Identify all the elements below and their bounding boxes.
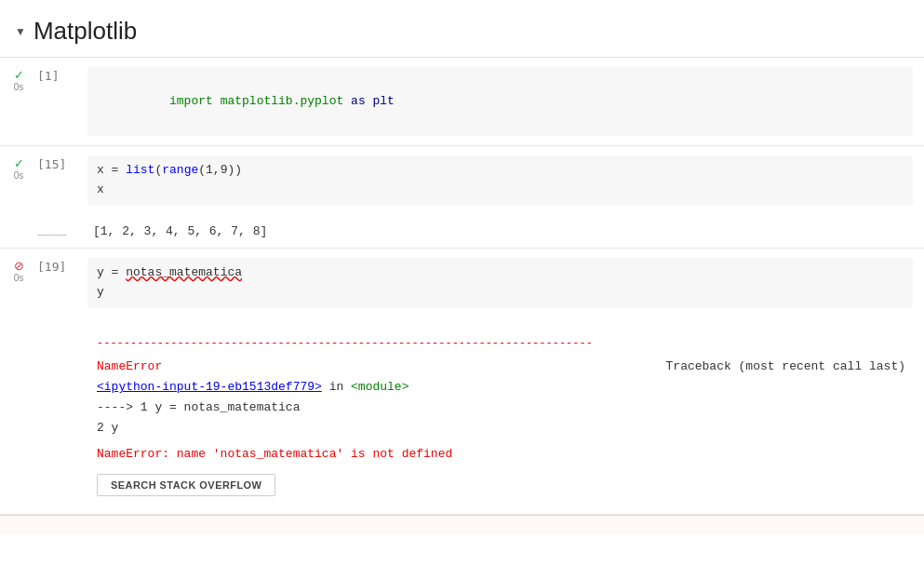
error-type: NameError [97,357,162,377]
cell-notas: ⊘ 0s [19] y = notas_matematica y -------… [0,249,924,515]
cell-timing-1: 0s [14,83,24,92]
error-module: <module> [351,380,408,394]
bottom-partial-bar [0,515,924,533]
cell-gutter-3: ⊘ 0s [0,256,37,283]
cell-import: ✓ 0s [1] import matplotlib.pyplot as plt [0,58,924,146]
cell-content-1: import matplotlib.pyplot as plt [84,65,924,138]
error-arrow-line: ----> 1 y = notas_matematica [97,398,905,418]
module-name: matplotlib.pyplot [221,94,344,108]
error-area: ----------------------------------------… [84,325,924,506]
section-heading: ▼ Matplotlib [0,0,924,58]
fn-range: range [162,163,198,177]
error-traceback-label: Traceback (most recent call last) [666,357,905,377]
error-divider: ----------------------------------------… [97,334,905,353]
error-in: in [322,380,351,394]
error-message: NameError: name 'notas_matematica' is no… [97,444,905,465]
var-y2: y [97,285,104,299]
error-line2: 2 y [97,418,905,438]
error-link[interactable]: <ipython-input-19-eb1513def779> [97,380,322,394]
cell-status-success-1: ✓ [14,69,24,81]
alias-plt: plt [373,94,395,108]
space-3 [366,94,373,108]
cell-list-range: ✓ 0s [15] x = list(range(1,9)) x ____ [1… [0,146,924,249]
var-x: x [97,163,104,177]
output-spacer-2: ____ [0,221,84,236]
var-notas: notas_matematica [126,265,242,279]
cell-code-2[interactable]: x = list(range(1,9)) x [87,155,913,206]
search-stack-overflow-button[interactable]: SEARCH STACK OVERFLOW [97,474,275,496]
cell-label-3: [19] [37,256,84,274]
cell-gutter-1: ✓ 0s [0,65,37,92]
cell-output-2: [1, 2, 3, 4, 5, 6, 7, 8] [84,221,276,242]
cell-timing-2: 0s [14,171,24,181]
cell-content-2: x = list(range(1,9)) x [84,154,924,208]
error-source-line: <ipython-input-19-eb1513def779> in <modu… [97,377,905,398]
section-title: Matplotlib [33,17,137,46]
fn-list: list [126,163,154,177]
page-wrapper: ▼ Matplotlib ✓ 0s [1] import matplotlib.… [0,0,924,580]
cell-label-2: [15] [37,154,84,171]
keyword-as: as [351,94,366,108]
op-eq: = [104,163,126,177]
var-y: y = [97,265,126,279]
space-2 [343,94,351,108]
output-label-2: ____ [0,222,66,236]
cell-timing-3: 0s [14,274,24,283]
cell-code-1[interactable]: import matplotlib.pyplot as plt [87,67,913,136]
cell-status-success-2: ✓ [14,157,24,169]
keyword-import: import [169,94,213,108]
cell-content-3: y = notas_matematica y [84,256,924,310]
output-row-2: ____ [1, 2, 3, 4, 5, 6, 7, 8] [0,215,924,248]
chevron-icon[interactable]: ▼ [15,25,26,38]
cell-gutter-2: ✓ 0s [0,154,37,181]
error-header-row: NameError Traceback (most recent call la… [97,357,905,377]
cell-label-1: [1] [37,65,84,83]
cell-status-error-3: ⊘ [14,260,24,272]
cell-code-3[interactable]: y = notas_matematica y [87,258,913,308]
space-1 [213,94,221,108]
